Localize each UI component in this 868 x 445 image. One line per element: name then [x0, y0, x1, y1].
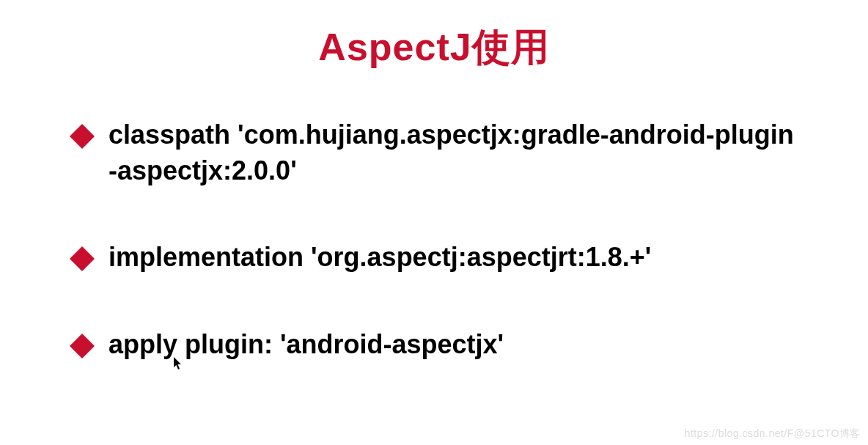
bullet-text: implementation 'org.aspectj:aspectjrt:1.… — [108, 240, 795, 276]
watermark-text: https://blog.csdn.net/F@51CTO博客 — [685, 427, 861, 441]
diamond-bullet-icon — [70, 124, 95, 149]
diamond-bullet-icon — [70, 334, 95, 358]
slide-title: AspectJ使用 — [73, 22, 795, 73]
slide-container: AspectJ使用 classpath 'com.hujiang.aspectj… — [0, 0, 868, 391]
bullet-text: apply plugin: 'android-aspectjx' — [108, 327, 795, 363]
bullet-item: implementation 'org.aspectj:aspectjrt:1.… — [73, 240, 795, 276]
diamond-bullet-icon — [70, 246, 95, 271]
bullet-list: classpath 'com.hujiang.aspectjx:gradle-a… — [73, 117, 795, 362]
bullet-text: classpath 'com.hujiang.aspectjx:gradle-a… — [108, 117, 795, 188]
cursor-icon — [174, 357, 183, 373]
bullet-item: classpath 'com.hujiang.aspectjx:gradle-a… — [73, 117, 795, 188]
